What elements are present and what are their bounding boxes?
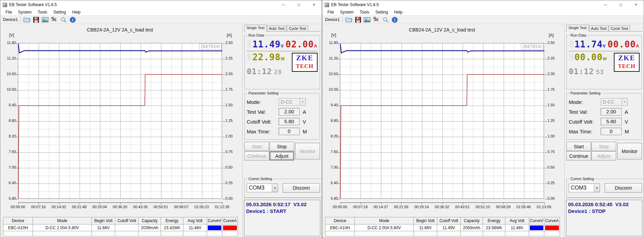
save-icon[interactable]: [354, 16, 362, 23]
tab-single-test[interactable]: Single Test: [244, 25, 267, 31]
table-cell: 11.49V: [437, 224, 461, 231]
monitor-button[interactable]: Monitor: [295, 143, 320, 159]
y-axis-tick-label: 0.00: [547, 196, 555, 200]
table-cell: EBC-A10H: [3, 224, 33, 231]
menu-tools[interactable]: Tools: [357, 10, 372, 15]
voltage-unit: V: [603, 43, 606, 48]
open-file-icon[interactable]: [345, 16, 353, 23]
stop-button[interactable]: Stop: [591, 142, 616, 151]
mode-label: Mode:: [247, 99, 279, 105]
title-bar: EB Tester Software V1.8.5 ─ □ ×: [322, 0, 644, 9]
table-cell: 23.42Wh: [161, 224, 183, 231]
zoom-icon[interactable]: [381, 16, 389, 23]
close-button[interactable]: ×: [628, 0, 644, 9]
tools-icon[interactable]: [372, 16, 380, 23]
menu-system[interactable]: System: [337, 10, 357, 15]
results-table-area: DeviceModeBegin VoltCutoff VoltCapacityE…: [0, 215, 242, 238]
close-button[interactable]: ×: [306, 0, 322, 9]
adjust-button[interactable]: Adjust: [269, 151, 294, 160]
toolbar-separator: [20, 17, 21, 23]
y-axis-tick-label: 8.20: [331, 134, 338, 138]
open-file-icon[interactable]: [23, 16, 31, 23]
y-axis-tick-label: 11.20: [329, 56, 338, 60]
info-icon[interactable]: i: [390, 16, 399, 23]
zoom-icon[interactable]: [59, 16, 67, 23]
maximize-button[interactable]: □: [613, 0, 628, 9]
right-axis-unit-label: [A]: [227, 33, 232, 38]
y-axis-tick-label: 2.00: [225, 72, 233, 76]
table-cell: [115, 224, 139, 231]
mode-value: D-CC: [601, 99, 622, 105]
x-axis-tick-label: 00:29:04: [92, 205, 107, 209]
max-time-unit: M: [303, 129, 307, 134]
menu-help[interactable]: Help: [69, 10, 84, 15]
tools-icon[interactable]: [50, 16, 58, 23]
current-display: 00.00: [608, 39, 636, 49]
start-button[interactable]: Start: [244, 142, 269, 151]
minimize-button[interactable]: ─: [598, 0, 613, 9]
test-control-buttons: Start Stop Monitor Continue Adjust: [566, 142, 642, 160]
menu-file[interactable]: File: [324, 10, 337, 15]
com-port-select[interactable]: COM3 ▼: [569, 183, 600, 192]
status-timestamp-line: 05.03.2026 0:52:45 V3.02: [568, 201, 640, 208]
table-header-cell: Capacity: [139, 217, 161, 224]
menu-setting[interactable]: Setting: [50, 10, 69, 15]
export-image-icon[interactable]: [41, 16, 49, 23]
device-selector[interactable]: Device1: [324, 17, 342, 23]
device-selector[interactable]: Device1: [2, 17, 20, 23]
continue-button[interactable]: Continue: [244, 151, 269, 160]
adjust-button[interactable]: Adjust: [591, 151, 616, 160]
y-axis-tick-label: 1.00: [225, 134, 233, 138]
tab-cycle-test[interactable]: Cycle Test: [609, 25, 630, 31]
table-header-cell: Energy: [483, 217, 505, 224]
table-row: EBC-A10HD-CC 2.00A 5.80V11.66V11.49V2053…: [325, 224, 560, 231]
disconnect-button[interactable]: Disconn: [283, 183, 320, 193]
table-header-cell: Cutoff Volt: [437, 217, 461, 224]
y-axis-tick-label: 5.80: [9, 196, 16, 200]
com-port-select[interactable]: COM3 ▼: [247, 183, 278, 192]
tab-cycle-test[interactable]: Cycle Test: [287, 25, 308, 31]
save-icon[interactable]: [32, 16, 40, 23]
table-cell: D-CC 2.00A 5.80V: [33, 224, 92, 231]
test-val-input[interactable]: 2.00: [601, 108, 622, 115]
info-icon[interactable]: i: [68, 16, 77, 23]
y-axis-tick-label: 1.25: [547, 118, 555, 123]
cutoff-volt-input[interactable]: 5.80: [601, 118, 622, 125]
disconnect-button[interactable]: Disconn: [605, 183, 642, 193]
title-bar: EB Tester Software V1.8.5 ─ □ ×: [0, 0, 322, 9]
stop-button[interactable]: Stop: [269, 142, 294, 151]
tab-single-test[interactable]: Single Test: [566, 25, 589, 31]
logo-line-tech: TECH: [293, 62, 317, 70]
monitor-button[interactable]: Monitor: [617, 143, 642, 159]
cutoff-volt-unit: V: [625, 119, 628, 125]
minimize-button[interactable]: ─: [276, 0, 291, 9]
status-timestamp-line: 05.03.2026 0:52:17 V3.02: [246, 201, 318, 208]
export-image-icon[interactable]: [363, 16, 371, 23]
primary-readout: 811.49V02.00A: [247, 39, 318, 49]
comm-row: COM3 ▼ Disconn: [247, 183, 320, 193]
max-time-input[interactable]: 0: [601, 128, 622, 135]
maximize-button[interactable]: □: [291, 0, 306, 9]
power-unit: W: [281, 56, 285, 61]
menu-tools[interactable]: Tools: [35, 10, 50, 15]
mode-select[interactable]: D-CC ▼: [601, 98, 628, 106]
y-axis-tick-label: 9.40: [331, 103, 338, 107]
menu-setting[interactable]: Setting: [372, 10, 391, 15]
y-axis-tick-label: 1.50: [547, 103, 555, 107]
menu-file[interactable]: File: [2, 10, 15, 15]
x-axis-tick-label: 00:58:07: [174, 205, 188, 209]
tab-auto-test[interactable]: Auto Test: [267, 25, 287, 31]
test-val-input[interactable]: 2.00: [279, 108, 300, 115]
voltage-display: 11.49: [253, 39, 281, 49]
menu-help[interactable]: Help: [391, 10, 406, 15]
continue-button[interactable]: Continue: [566, 151, 591, 160]
tab-strip: Single Test Auto Test Cycle Test: [244, 25, 321, 31]
x-axis-tick-label: 00:14:32: [52, 205, 66, 209]
start-button[interactable]: Start: [566, 142, 591, 151]
max-time-input[interactable]: 0: [279, 128, 300, 135]
cutoff-volt-input[interactable]: 5.80: [279, 118, 300, 125]
mode-select[interactable]: D-CC ▼: [279, 98, 306, 106]
menu-system[interactable]: System: [15, 10, 35, 15]
y-axis-tick-label: 2.00: [547, 72, 555, 76]
tab-auto-test[interactable]: Auto Test: [589, 25, 609, 31]
